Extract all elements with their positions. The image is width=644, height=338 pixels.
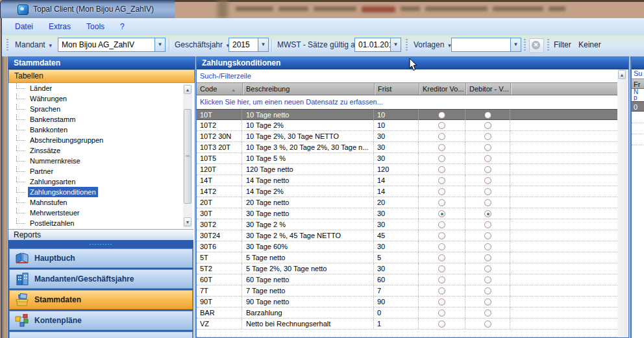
clear-filter-button[interactable]: ✕: [529, 38, 544, 53]
scroll-down-icon[interactable]: ▼: [184, 217, 192, 226]
kreditor-radio[interactable]: [438, 199, 445, 206]
kreditor-radio[interactable]: [438, 122, 445, 129]
sidebar-item-partner[interactable]: Partner: [8, 166, 193, 176]
kreditor-radio[interactable]: [438, 298, 445, 306]
nav-item-mandanten-geschaeftsjahre[interactable]: Mandanten/Geschäftsjahre: [9, 269, 193, 289]
debitor-radio[interactable]: [484, 155, 491, 162]
sidebar-item-mehrwertsteuer[interactable]: Mehrwertsteuer: [8, 208, 193, 218]
tree-scrollbar-thumb[interactable]: [184, 109, 192, 204]
kreditor-radio[interactable]: [438, 254, 445, 261]
combo-arrow-icon[interactable]: ▼: [390, 38, 401, 51]
debitor-radio[interactable]: [484, 287, 491, 295]
splitter-handle[interactable]: ·········: [8, 240, 193, 248]
kreditor-radio[interactable]: [438, 188, 445, 195]
sidebar-item-zinssätze[interactable]: Zinssätze: [8, 145, 193, 156]
table-row-10t2[interactable]: 10T210 Tage 2%10: [197, 120, 617, 131]
sidebar-item-länder[interactable]: Länder: [8, 83, 193, 93]
menu-item-extras[interactable]: Extras: [41, 18, 79, 35]
column-header-code[interactable]: Code▲: [197, 83, 242, 95]
right-pane-new-link[interactable]: N: [632, 89, 644, 95]
combo-arrow-icon[interactable]: ▼: [258, 38, 268, 51]
tree-scrollbar[interactable]: ▲ ▼: [183, 84, 192, 228]
debitor-radio[interactable]: [484, 265, 491, 272]
toolbar-grip[interactable]: [524, 39, 526, 52]
table-row-bar[interactable]: BARBarzahlung0: [197, 308, 617, 319]
debitor-radio[interactable]: [484, 298, 491, 306]
column-header-debitor[interactable]: Debitor - V...: [465, 83, 510, 95]
sidebar-item-mahnstufen[interactable]: Mahnstufen: [8, 197, 193, 208]
toolbar-grip[interactable]: [406, 39, 408, 52]
kreditor-radio[interactable]: [438, 320, 445, 328]
table-row-14t[interactable]: 14T14 Tage netto14: [197, 175, 617, 186]
menu-item-datei[interactable]: Datei: [7, 18, 41, 35]
menu-item-hilfe[interactable]: ?: [112, 18, 132, 35]
grid-scrollbar[interactable]: ▲: [617, 69, 628, 337]
kreditor-radio[interactable]: [438, 155, 445, 162]
kreditor-radio[interactable]: [438, 210, 445, 217]
debitor-radio[interactable]: [484, 221, 491, 228]
geschaeftsjahr-dropdown-button[interactable]: Geschäftsjahr▼: [172, 37, 233, 53]
debitor-radio[interactable]: [484, 309, 491, 317]
table-row-5t[interactable]: 5T5 Tage netto5: [197, 252, 617, 263]
table-row-14t2[interactable]: 14T214 Tage 2%14: [197, 186, 617, 197]
kreditor-radio[interactable]: [438, 166, 445, 173]
kreditor-radio[interactable]: [438, 309, 445, 317]
table-row-vz[interactable]: VZNetto bei Rechnungserhalt1: [197, 319, 617, 330]
debitor-radio[interactable]: [484, 112, 491, 119]
debitor-radio[interactable]: [484, 177, 491, 184]
table-row-30t2[interactable]: 30T230 Tage 2 %30: [197, 219, 617, 230]
combo-arrow-icon[interactable]: ▼: [510, 38, 521, 51]
table-row-7t[interactable]: 7T7 Tage netto7: [197, 285, 617, 296]
sidebar-section-reports[interactable]: Reports: [8, 229, 193, 240]
nav-item-stammdaten[interactable]: Stammdaten: [9, 290, 193, 309]
debitor-radio[interactable]: [484, 133, 491, 140]
debitor-radio[interactable]: [484, 188, 491, 195]
kreditor-radio[interactable]: [438, 232, 445, 239]
kreditor-radio[interactable]: [438, 243, 445, 250]
sidebar-item-nummernkreise[interactable]: Nummernkreise: [8, 156, 193, 166]
kreditor-radio[interactable]: [438, 144, 445, 151]
toolbar-grip[interactable]: [547, 39, 549, 52]
kreditor-radio[interactable]: [438, 276, 445, 284]
table-row-60t[interactable]: 60T60 Tage netto60: [197, 274, 617, 285]
sidebar-item-zahlungskonditionen[interactable]: Zahlungskonditionen: [8, 187, 193, 197]
table-row-10t2-30n[interactable]: 10T2 30N10 Tage 2%, 30 Tage NETTO30: [197, 131, 617, 142]
sidebar-item-bankkonten[interactable]: Bankkonten: [8, 125, 193, 135]
sidebar-item-währungen[interactable]: Währungen: [8, 93, 193, 104]
column-header-beschreibung[interactable]: Beschreibung: [242, 83, 374, 95]
kreditor-radio[interactable]: [438, 287, 445, 295]
column-header-kreditor[interactable]: Kreditor Vo...: [419, 83, 465, 95]
table-row-10t[interactable]: 10T10 Tage netto10: [197, 109, 617, 120]
sidebar-item-sprachen[interactable]: Sprachen: [8, 104, 193, 114]
column-header-frist[interactable]: Frist: [374, 83, 419, 95]
kreditor-radio[interactable]: [438, 133, 445, 140]
app-icon[interactable]: [18, 5, 29, 15]
sidebar-item-zahlungsarten[interactable]: Zahlungsarten: [8, 176, 193, 187]
menu-item-tools[interactable]: Tools: [79, 18, 112, 35]
new-record-row[interactable]: Klicken Sie hier, um einen neuen Datensa…: [197, 95, 617, 109]
scroll-up-icon[interactable]: ▲: [184, 85, 192, 94]
debitor-radio[interactable]: [484, 243, 491, 250]
table-row-30t24[interactable]: 30T2430 Tage 2 %, 45 Tage NETTO45: [197, 230, 617, 241]
nav-item-hauptbuch[interactable]: Hauptbuch: [9, 248, 193, 268]
table-row-20t[interactable]: 20T20 Tage netto20: [197, 197, 617, 208]
debitor-radio[interactable]: [484, 122, 491, 129]
right-pane-selected-row[interactable]: 0: [632, 101, 644, 112]
nav-item-partial[interactable]: [9, 332, 193, 338]
vorlagen-dropdown-button[interactable]: Vorlagen▼: [411, 37, 454, 53]
sidebar-item-abschreibungsgruppen[interactable]: Abschreibungsgruppen: [8, 135, 193, 145]
sidebar-item-bankenstamm[interactable]: Bankenstamm: [8, 114, 193, 125]
geschaeftsjahr-combobox[interactable]: 2015 ▼: [229, 38, 269, 52]
debitor-radio[interactable]: [484, 210, 491, 217]
right-pane-filter-row[interactable]: Su: [632, 69, 644, 78]
sidebar-section-tabellen[interactable]: Tabellen: [8, 69, 195, 83]
kreditor-radio[interactable]: [438, 112, 445, 119]
mwst-date-combobox[interactable]: 01.01.2011 ▼: [354, 38, 401, 52]
debitor-radio[interactable]: [484, 144, 491, 151]
debitor-radio[interactable]: [484, 320, 491, 328]
table-row-90t[interactable]: 90T90 Tage netto90: [197, 296, 617, 308]
table-row-10t3-20t[interactable]: 10T3 20T10 Tage 3 %, 20 Tage 2%, 30 Tage…: [197, 142, 617, 153]
table-row-5t2[interactable]: 5T25 Tage 2%, 30 Tage netto30: [197, 263, 617, 274]
table-row-10t5[interactable]: 10T510 Tage 5 %30: [197, 153, 617, 164]
debitor-radio[interactable]: [484, 166, 491, 173]
